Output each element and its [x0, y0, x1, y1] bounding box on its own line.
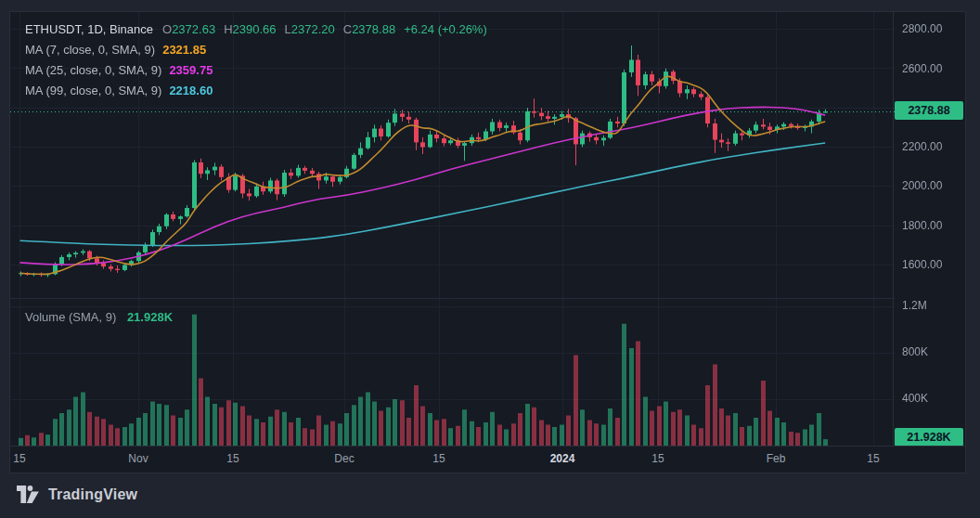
time-tick-label: Dec	[334, 452, 354, 465]
chart-legend: ETHUSDT, 1D, Binance O2372.63 H2390.66 L…	[25, 19, 487, 100]
page: ETHUSDT, 1D, Binance O2372.63 H2390.66 L…	[0, 0, 980, 518]
time-axis[interactable]: 15Nov15Dec15202415Feb15	[10, 446, 965, 473]
time-tick-label: 15	[13, 452, 25, 465]
symbol-row[interactable]: ETHUSDT, 1D, Binance O2372.63 H2390.66 L…	[25, 19, 487, 39]
ohlc-close: C2378.88	[343, 21, 395, 37]
indicator-row-ma7[interactable]: MA (7, close, 0, SMA, 9) 2321.85	[25, 39, 487, 59]
volume-legend[interactable]: Volume (SMA, 9) 21.928K	[25, 310, 173, 324]
volume-badge: 21.928K	[895, 428, 963, 447]
price-tick-label: 2000.00	[902, 179, 942, 192]
time-tick-label: 2024	[550, 452, 575, 465]
time-tick-label: Nov	[128, 452, 148, 465]
last-price-badge: 2378.88	[895, 101, 963, 120]
indicator-row-ma99[interactable]: MA (99, close, 0, SMA, 9) 2218.60	[25, 80, 487, 100]
ohlc-low: L2372.20	[285, 21, 335, 37]
time-tick-label: 15	[432, 452, 445, 465]
price-tick-label: 1800.00	[902, 219, 942, 232]
tradingview-logo-text: TradingView	[48, 486, 137, 503]
price-tick-label: 1600.00	[902, 258, 942, 271]
tradingview-logo[interactable]: TradingView	[17, 486, 137, 503]
price-tick-label: 2600.00	[902, 62, 942, 75]
price-tick-label: 2200.00	[902, 140, 942, 153]
volume-tick-label: 800K	[902, 345, 928, 358]
price-tick-label: 2800.00	[902, 22, 942, 35]
volume-tick-label: 400K	[902, 392, 928, 405]
chart-widget: ETHUSDT, 1D, Binance O2372.63 H2390.66 L…	[9, 11, 966, 473]
time-tick-label: 15	[867, 452, 879, 465]
price-axis[interactable]: 2378.88 21.928K 2800.002600.002200.00200…	[893, 12, 965, 447]
volume-tick-label: 1.2M	[902, 299, 927, 312]
tradingview-logo-icon	[17, 486, 41, 503]
indicator-row-ma25[interactable]: MA (25, close, 0, SMA, 9) 2359.75	[25, 59, 487, 80]
ohlc-high: H2390.66	[224, 21, 276, 37]
symbol-title[interactable]: ETHUSDT, 1D, Binance	[25, 21, 153, 37]
change-value: +6.24 (+0.26%)	[404, 21, 487, 37]
time-tick-label: 15	[226, 452, 239, 465]
time-tick-label: Feb	[767, 452, 786, 465]
ohlc-open: O2372.63	[162, 21, 215, 37]
time-tick-label: 15	[651, 452, 664, 465]
